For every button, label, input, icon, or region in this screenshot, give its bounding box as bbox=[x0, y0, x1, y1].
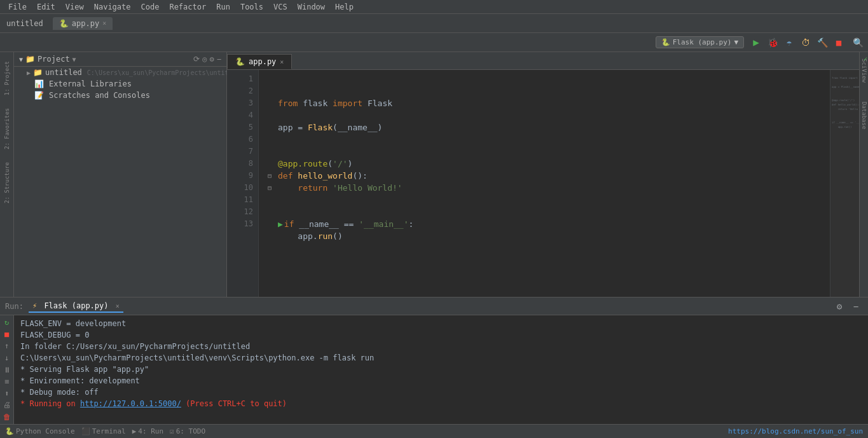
tree-item-external-libs[interactable]: 📊 External Libraries bbox=[14, 78, 226, 90]
code-line-2 bbox=[278, 109, 823, 121]
run-settings-btn[interactable]: ⚙ bbox=[832, 299, 846, 313]
run-stop-btn[interactable]: ■ bbox=[1, 330, 13, 339]
status-bar: 🐍 Python Console ⬛ Terminal ▶ 4: Run ☑ 6… bbox=[0, 424, 868, 438]
database-label[interactable]: Database bbox=[861, 99, 867, 132]
menu-item-refactor[interactable]: Refactor bbox=[164, 1, 211, 13]
run-arrow-down-btn[interactable]: ↓ bbox=[1, 353, 13, 363]
menu-item-edit[interactable]: Edit bbox=[32, 1, 60, 13]
project-collapse-btn[interactable]: − bbox=[217, 55, 221, 64]
tree-lib-icon: 📊 bbox=[34, 79, 44, 88]
tree-path-untitled: C:\Users\xu_sun\PycharmProjects\untitl..… bbox=[87, 69, 244, 76]
run-config-selector[interactable]: 🐍 Flask (app.py) ▼ bbox=[656, 36, 744, 48]
code-line-12: app.run() bbox=[278, 230, 823, 242]
line-number-8: 8 bbox=[227, 158, 253, 170]
profile-button[interactable]: ⏱ bbox=[799, 36, 813, 50]
toolbar-right: 🐍 Flask (app.py) ▼ ▶ 🐞 ☂ ⏱ 🔨 ■ 🔍 bbox=[656, 36, 865, 50]
status-url[interactable]: https://blog.csdn.net/sun_of_sun bbox=[728, 427, 863, 435]
run-arrow-up-btn[interactable]: ↑ bbox=[1, 341, 13, 351]
line-number-2: 2 bbox=[227, 85, 253, 97]
project-dropdown-arrow[interactable]: ▼ bbox=[72, 56, 76, 63]
project-arrow: ▼ bbox=[19, 56, 23, 63]
line-number-13: 13 bbox=[227, 218, 253, 230]
line-number-7: 7 bbox=[227, 146, 253, 158]
run-trash-btn[interactable]: 🗑 bbox=[1, 413, 13, 422]
menu-item-vcs[interactable]: VCS bbox=[268, 1, 293, 13]
run-scroll-up-btn[interactable]: ⬆ bbox=[1, 388, 13, 398]
line-number-9: 9 bbox=[227, 170, 253, 182]
right-sidebar: SciView Database ✓ bbox=[859, 52, 868, 297]
debug-button[interactable]: 🐞 bbox=[766, 36, 780, 50]
menu-item-tools[interactable]: Tools bbox=[235, 1, 268, 13]
todo-btn[interactable]: ☑ 6: TODO bbox=[170, 427, 205, 435]
sidebar-item-favorites[interactable]: 2: Favorites bbox=[2, 102, 12, 155]
sidebar-item-project[interactable]: 1: Project bbox=[2, 55, 12, 101]
run-tab-flask[interactable]: ⚡ Flask (app.py) × bbox=[29, 300, 123, 313]
line-number-6: 6 bbox=[227, 133, 253, 146]
tree-label-scratches: Scratches and Consoles bbox=[49, 91, 150, 100]
run-line-8-prefix: * Running on bbox=[20, 399, 80, 408]
run-line-6: * Environment: development bbox=[20, 375, 862, 387]
title-bar: untitled 🐍 app.py × bbox=[0, 14, 868, 33]
line-number-4: 4 bbox=[227, 109, 253, 121]
editor-tab-py-icon: 🐍 bbox=[235, 57, 245, 66]
menu-item-navigate[interactable]: Navigate bbox=[89, 1, 136, 13]
stop-button[interactable]: ■ bbox=[832, 36, 846, 50]
project-panel: ▼ 📁 Project ▼ ⟳ ◎ ⚙ − ▶ 📁 untitled C:\Us… bbox=[14, 52, 227, 297]
run-pause-btn[interactable]: ⏸ bbox=[1, 365, 13, 374]
menu-item-file[interactable]: File bbox=[3, 1, 32, 13]
code-line-8: ⊟ return 'Hello World!' bbox=[278, 182, 823, 194]
menu-item-code[interactable]: Code bbox=[136, 1, 165, 13]
terminal-btn[interactable]: ⬛ Terminal bbox=[81, 427, 126, 435]
run-config-icon: 🐍 bbox=[661, 38, 670, 46]
coverage-button[interactable]: ☂ bbox=[782, 36, 796, 50]
menu-item-window[interactable]: Window bbox=[293, 1, 330, 13]
run-tab-close[interactable]: × bbox=[116, 303, 120, 310]
run-button[interactable]: ▶ bbox=[749, 36, 763, 50]
code-editor[interactable]: from flask import Flask app = Flask(__na… bbox=[259, 70, 830, 297]
run-line-2: FLASK_DEBUG = 0 bbox=[20, 329, 862, 341]
editor-tab-close[interactable]: × bbox=[280, 58, 284, 65]
run-line-4: C:\Users\xu_sun\PycharmProjects\untitled… bbox=[20, 352, 862, 364]
terminal-icon: ⬛ bbox=[81, 427, 90, 435]
sidebar-item-structure[interactable]: 2: Structure bbox=[2, 156, 12, 209]
project-panel-title: ▼ 📁 Project ▼ bbox=[19, 55, 76, 64]
python-console-btn[interactable]: 🐍 Python Console bbox=[5, 427, 75, 435]
run-tabs: Run: ⚡ Flask (app.py) × ⚙ − bbox=[0, 298, 868, 315]
editor-tab-app-py[interactable]: 🐍 app.py × bbox=[227, 54, 292, 69]
menu-item-run[interactable]: Run bbox=[211, 1, 235, 13]
run-url-link[interactable]: http://127.0.0.1:5000/ bbox=[80, 399, 181, 408]
code-line-13 bbox=[278, 242, 823, 254]
project-sync-btn[interactable]: ⟳ bbox=[193, 55, 200, 64]
project-panel-header: ▼ 📁 Project ▼ ⟳ ◎ ⚙ − bbox=[14, 52, 226, 67]
line-numbers: 12345678910111213 bbox=[227, 70, 259, 297]
run-close-btn[interactable]: − bbox=[849, 299, 863, 313]
run-rerun-btn[interactable]: ↻ bbox=[1, 318, 13, 327]
menu-item-help[interactable]: Help bbox=[330, 1, 359, 13]
run-config-arrow: ▼ bbox=[734, 38, 738, 46]
editor-content[interactable]: 12345678910111213 from flask import Flas… bbox=[227, 70, 868, 297]
run-print-btn[interactable]: 🖨 bbox=[1, 400, 13, 410]
project-settings-btn[interactable]: ⚙ bbox=[210, 55, 214, 64]
project-label: Project bbox=[38, 55, 70, 64]
editor-tab-label: app.py bbox=[249, 57, 276, 66]
run-line-8: * Running on http://127.0.0.1:5000/ (Pre… bbox=[20, 398, 862, 409]
tree-arrow-untitled: ▶ bbox=[27, 69, 31, 76]
tree-item-scratches[interactable]: 📝 Scratches and Consoles bbox=[14, 90, 226, 101]
title-tab-close[interactable]: × bbox=[102, 20, 106, 27]
run-layers-btn[interactable]: ≡ bbox=[1, 377, 13, 387]
title-file-tab[interactable]: 🐍 app.py × bbox=[53, 17, 113, 30]
run-status-btn[interactable]: ▶ 4: Run bbox=[132, 427, 163, 435]
line-number-12: 12 bbox=[227, 206, 253, 218]
line-number-5: 5 bbox=[227, 121, 253, 133]
right-check-icon: ✓ bbox=[864, 55, 867, 62]
build-button[interactable]: 🔨 bbox=[815, 36, 829, 50]
run-output: FLASK_ENV = development FLASK_DEBUG = 0 … bbox=[14, 315, 868, 424]
search-everywhere-button[interactable]: 🔍 bbox=[851, 36, 865, 50]
todo-label: 6: TODO bbox=[176, 427, 205, 435]
project-scroll-btn[interactable]: ◎ bbox=[202, 55, 207, 64]
title-tab-icon: 🐍 bbox=[59, 19, 69, 28]
menu-item-view[interactable]: View bbox=[60, 1, 89, 13]
status-bar-right: https://blog.csdn.net/sun_of_sun bbox=[728, 427, 863, 435]
tree-item-untitled[interactable]: ▶ 📁 untitled C:\Users\xu_sun\PycharmProj… bbox=[14, 67, 226, 78]
bottom-panel: Run: ⚡ Flask (app.py) × ⚙ − ↻ ■ ↑ ↓ ⏸ ≡ … bbox=[0, 297, 868, 424]
